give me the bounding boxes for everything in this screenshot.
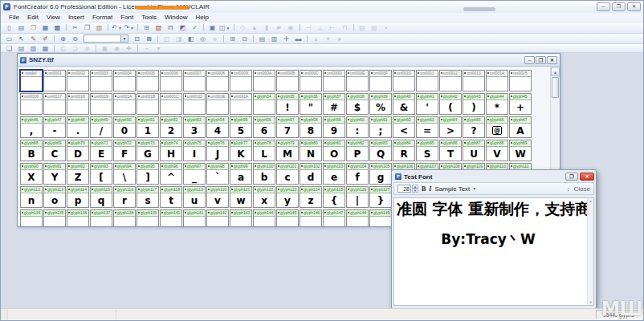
- glyph-cell[interactable]: glyph78L: [253, 140, 275, 161]
- glyph-cell[interactable]: glyph86T: [439, 140, 462, 161]
- glyph-cell[interactable]: glyph84R: [393, 140, 415, 161]
- guidelines-button[interactable]: ⊟: [239, 35, 250, 43]
- glyph-cell[interactable]: glyph533: [183, 116, 206, 138]
- overlap-button[interactable]: ▲: [250, 23, 260, 32]
- copy-button[interactable]: ❐: [82, 23, 92, 32]
- optimize-button[interactable]: ◉: [286, 23, 296, 32]
- glyph-cell[interactable]: uni0001: [43, 70, 66, 91]
- next-window-button[interactable]: ⊐: [70, 44, 80, 53]
- zoom-in-button[interactable]: ⊕: [58, 35, 68, 43]
- glyph-cell[interactable]: glyph599: [323, 116, 345, 138]
- align-left-button[interactable]: ⊣: [304, 23, 314, 32]
- glyph-cell[interactable]: glyph114p: [67, 186, 89, 208]
- glyph-cell[interactable]: glyph119u: [183, 186, 206, 208]
- document-title-bar[interactable]: F SNZY.ttf ─❐✕: [18, 54, 560, 67]
- glyph-cell[interactable]: glyph118t: [160, 186, 182, 208]
- help-contents-button[interactable]: ▣: [100, 44, 110, 53]
- glyph-cell[interactable]: uni0008: [206, 70, 229, 91]
- glyph-cell[interactable]: glyph140: [160, 209, 182, 226]
- glyph-cell[interactable]: glyph82P: [346, 140, 369, 161]
- insert-glyph-button[interactable]: ⊞: [141, 23, 152, 32]
- new-button[interactable]: ▯: [4, 23, 14, 32]
- glyph-cell[interactable]: glyph35!: [276, 93, 299, 115]
- cascade-button[interactable]: ❏: [4, 44, 14, 53]
- compare-button[interactable]: ◨: [173, 35, 184, 43]
- glyph-cell[interactable]: uni000E: [346, 70, 369, 91]
- kerning-button[interactable]: Π: [165, 23, 176, 32]
- align-center-button[interactable]: ⊥: [316, 23, 326, 32]
- glyph-cell[interactable]: glyph144: [253, 209, 275, 226]
- glyph-cell[interactable]: glyph105g: [369, 163, 392, 185]
- zoom-combobox[interactable]: ▼: [84, 35, 128, 43]
- glyph-cell[interactable]: glyph49/: [90, 116, 112, 138]
- glyph-cell[interactable]: glyph64>: [439, 116, 462, 138]
- test-font-title-bar[interactable]: F Test Font ❐✕: [392, 170, 596, 182]
- glyph-cell[interactable]: glyph134: [20, 209, 43, 226]
- glyph-cell[interactable]: glyph71E: [90, 140, 112, 161]
- glyph-cell[interactable]: glyph123y: [276, 186, 299, 208]
- glyph-cell[interactable]: uni000F: [369, 70, 392, 91]
- glyph-cell[interactable]: glyph100b: [253, 163, 275, 185]
- menu-window[interactable]: Window: [161, 14, 191, 21]
- glyph-cell[interactable]: uni0004: [113, 70, 136, 91]
- glyph-cell[interactable]: glyph40&: [393, 93, 415, 115]
- glyph-cell[interactable]: glyph120v: [206, 186, 229, 208]
- glyph-cell[interactable]: .notdef: [20, 70, 43, 91]
- glyph-cell[interactable]: glyph45+: [509, 93, 532, 115]
- preview-button[interactable]: ◫: [161, 35, 172, 43]
- glyph-cell[interactable]: glyph117s: [137, 186, 159, 208]
- glyph-cell[interactable]: glyph67A: [509, 116, 532, 138]
- glyph-cell[interactable]: glyph69C: [43, 140, 66, 161]
- glyph-cell[interactable]: glyph148: [346, 209, 369, 226]
- codepage-button[interactable]: ◩: [177, 23, 188, 32]
- menu-format[interactable]: Format: [88, 14, 116, 21]
- glyph-cell[interactable]: glyph555: [230, 116, 252, 138]
- prev-window-button[interactable]: ⊏: [58, 44, 68, 53]
- glyph-cell[interactable]: uni0017: [43, 93, 66, 115]
- fill-outline-button[interactable]: ◧: [185, 35, 196, 43]
- glyph-cell[interactable]: glyph95]: [137, 163, 159, 185]
- glyph-cell[interactable]: glyph149: [369, 209, 392, 226]
- glyph-cell[interactable]: glyph103e: [323, 163, 345, 185]
- glyph-cell[interactable]: glyph124z: [300, 186, 322, 208]
- glyph-cell[interactable]: glyph62<: [393, 116, 415, 138]
- italic-toggle[interactable]: I: [429, 185, 431, 193]
- menu-file[interactable]: File: [5, 14, 23, 21]
- menu-help[interactable]: Help: [191, 14, 212, 21]
- new-project-button[interactable]: ▤: [16, 23, 26, 32]
- glyph-cell[interactable]: glyph113o: [43, 186, 66, 208]
- glyph-cell[interactable]: glyph38$: [346, 93, 369, 115]
- dialog-close-button[interactable]: ✕: [580, 173, 594, 181]
- glyph-cell[interactable]: uni000A: [253, 70, 275, 91]
- restore-button[interactable]: ❐: [612, 2, 626, 11]
- glyph-cell[interactable]: glyph135: [43, 209, 66, 226]
- glyph-cell[interactable]: glyph36": [300, 93, 322, 115]
- glyph-cell[interactable]: uni0005: [137, 70, 159, 91]
- glyph-cell[interactable]: glyph96^: [160, 163, 182, 185]
- menu-view[interactable]: View: [43, 14, 64, 21]
- glyph-cell[interactable]: glyph122x: [253, 186, 275, 208]
- glyph-cell[interactable]: glyph566: [253, 116, 275, 138]
- doc-minimize-button[interactable]: ─: [524, 56, 535, 64]
- glyph-cell[interactable]: uni001F: [230, 93, 252, 115]
- glyph-cell[interactable]: uni0013: [463, 70, 485, 91]
- glyph-cell[interactable]: glyph126|: [346, 186, 369, 208]
- contour-mode-button[interactable]: ▭: [4, 35, 14, 43]
- glyph-cell[interactable]: glyph60:: [346, 116, 369, 138]
- close-link[interactable]: Close: [574, 185, 590, 193]
- glyph-cell[interactable]: uni000B: [276, 70, 299, 91]
- glyph-cell[interactable]: glyph146: [300, 209, 322, 226]
- save-all-button[interactable]: ▩: [52, 23, 63, 32]
- arrange-icons-button[interactable]: ▦: [40, 44, 51, 53]
- flag-button[interactable]: ▸: [335, 35, 345, 43]
- bold-toggle[interactable]: B: [422, 185, 426, 193]
- glyph-cell[interactable]: glyph500: [113, 116, 136, 138]
- glyph-cell[interactable]: uni000C: [300, 70, 322, 91]
- glyph-cell[interactable]: glyph79M: [276, 140, 299, 161]
- glyph-cell[interactable]: glyph46,: [20, 116, 43, 138]
- emboldden-button[interactable]: ▮: [262, 23, 272, 32]
- glyph-cell[interactable]: glyph588: [300, 116, 322, 138]
- menu-edit[interactable]: Edit: [23, 14, 43, 21]
- glyph-cell[interactable]: glyph43): [463, 93, 485, 115]
- glyph-cell[interactable]: glyph39%: [369, 93, 392, 115]
